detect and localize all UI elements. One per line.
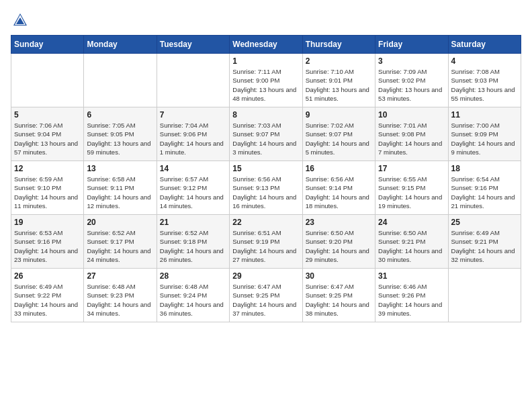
day-number: 20 xyxy=(87,218,153,227)
day-number: 15 xyxy=(232,164,299,173)
day-number: 31 xyxy=(378,271,445,281)
calendar-cell xyxy=(11,54,84,107)
calendar-cell: 20Sunrise: 6:52 AM Sunset: 9:17 PM Dayli… xyxy=(84,215,157,269)
cell-content: Sunrise: 6:51 AM Sunset: 9:19 PM Dayligh… xyxy=(232,228,299,264)
calendar-cell: 30Sunrise: 6:47 AM Sunset: 9:25 PM Dayli… xyxy=(302,269,375,322)
day-number: 13 xyxy=(87,164,153,173)
cell-content: Sunrise: 6:47 AM Sunset: 9:25 PM Dayligh… xyxy=(306,282,372,318)
day-number: 27 xyxy=(87,271,153,281)
cell-content: Sunrise: 6:56 AM Sunset: 9:13 PM Dayligh… xyxy=(232,175,299,210)
day-number: 30 xyxy=(306,271,372,281)
cell-content: Sunrise: 6:53 AM Sunset: 9:16 PM Dayligh… xyxy=(14,228,81,264)
calendar-cell: 1Sunrise: 7:11 AM Sunset: 9:00 PM Daylig… xyxy=(230,54,302,107)
day-number: 16 xyxy=(306,164,372,173)
calendar-week: 5Sunrise: 7:06 AM Sunset: 9:04 PM Daylig… xyxy=(11,107,521,161)
day-header: Tuesday xyxy=(157,36,229,54)
cell-content: Sunrise: 7:09 AM Sunset: 9:02 PM Dayligh… xyxy=(378,67,445,103)
day-number: 6 xyxy=(87,110,153,120)
cell-content: Sunrise: 6:56 AM Sunset: 9:14 PM Dayligh… xyxy=(306,175,372,210)
calendar-cell xyxy=(157,54,229,107)
day-number: 28 xyxy=(160,271,226,281)
calendar-cell: 14Sunrise: 6:57 AM Sunset: 9:12 PM Dayli… xyxy=(157,161,229,215)
cell-content: Sunrise: 7:06 AM Sunset: 9:04 PM Dayligh… xyxy=(14,121,81,156)
cell-content: Sunrise: 6:52 AM Sunset: 9:18 PM Dayligh… xyxy=(160,228,226,264)
calendar-cell: 16Sunrise: 6:56 AM Sunset: 9:14 PM Dayli… xyxy=(302,161,375,215)
day-header: Monday xyxy=(84,36,157,54)
day-number: 14 xyxy=(160,164,226,173)
cell-content: Sunrise: 7:08 AM Sunset: 9:03 PM Dayligh… xyxy=(451,67,518,103)
calendar-week: 26Sunrise: 6:49 AM Sunset: 9:22 PM Dayli… xyxy=(11,269,521,322)
calendar-cell: 13Sunrise: 6:58 AM Sunset: 9:11 PM Dayli… xyxy=(84,161,157,215)
calendar-header: SundayMondayTuesdayWednesdayThursdayFrid… xyxy=(11,36,521,54)
calendar-cell: 5Sunrise: 7:06 AM Sunset: 9:04 PM Daylig… xyxy=(11,107,84,161)
day-number: 8 xyxy=(232,110,299,120)
calendar-cell: 29Sunrise: 6:47 AM Sunset: 9:25 PM Dayli… xyxy=(230,269,302,322)
day-number: 22 xyxy=(232,218,299,227)
day-number: 24 xyxy=(378,218,445,227)
day-number: 7 xyxy=(160,110,226,120)
day-header: Sunday xyxy=(11,36,84,54)
cell-content: Sunrise: 6:57 AM Sunset: 9:12 PM Dayligh… xyxy=(160,175,226,210)
cell-content: Sunrise: 6:50 AM Sunset: 9:21 PM Dayligh… xyxy=(378,228,445,264)
calendar-cell: 7Sunrise: 7:04 AM Sunset: 9:06 PM Daylig… xyxy=(157,107,229,161)
day-number: 5 xyxy=(14,110,81,120)
calendar-cell: 11Sunrise: 7:00 AM Sunset: 9:09 PM Dayli… xyxy=(448,107,521,161)
cell-content: Sunrise: 6:58 AM Sunset: 9:11 PM Dayligh… xyxy=(87,175,153,210)
day-number: 3 xyxy=(378,56,445,66)
cell-content: Sunrise: 6:50 AM Sunset: 9:20 PM Dayligh… xyxy=(306,228,372,264)
day-number: 29 xyxy=(232,271,299,281)
calendar-cell: 9Sunrise: 7:02 AM Sunset: 9:07 PM Daylig… xyxy=(302,107,375,161)
cell-content: Sunrise: 7:02 AM Sunset: 9:07 PM Dayligh… xyxy=(306,121,372,156)
cell-content: Sunrise: 7:04 AM Sunset: 9:06 PM Dayligh… xyxy=(160,121,226,156)
cell-content: Sunrise: 6:55 AM Sunset: 9:15 PM Dayligh… xyxy=(378,175,445,210)
day-number: 1 xyxy=(232,56,299,66)
calendar-week: 19Sunrise: 6:53 AM Sunset: 9:16 PM Dayli… xyxy=(11,215,521,269)
day-header: Thursday xyxy=(302,36,375,54)
calendar-cell: 21Sunrise: 6:52 AM Sunset: 9:18 PM Dayli… xyxy=(157,215,229,269)
cell-content: Sunrise: 6:59 AM Sunset: 9:10 PM Dayligh… xyxy=(14,175,81,210)
calendar-cell: 31Sunrise: 6:46 AM Sunset: 9:26 PM Dayli… xyxy=(375,269,448,322)
calendar-cell: 4Sunrise: 7:08 AM Sunset: 9:03 PM Daylig… xyxy=(448,54,521,107)
cell-content: Sunrise: 6:54 AM Sunset: 9:16 PM Dayligh… xyxy=(451,175,518,210)
calendar-cell: 15Sunrise: 6:56 AM Sunset: 9:13 PM Dayli… xyxy=(230,161,302,215)
day-number: 25 xyxy=(451,218,518,227)
calendar-cell: 8Sunrise: 7:03 AM Sunset: 9:07 PM Daylig… xyxy=(230,107,302,161)
day-number: 12 xyxy=(14,164,81,173)
day-number: 23 xyxy=(306,218,372,227)
cell-content: Sunrise: 7:10 AM Sunset: 9:01 PM Dayligh… xyxy=(306,67,372,103)
cell-content: Sunrise: 6:49 AM Sunset: 9:21 PM Dayligh… xyxy=(451,228,518,264)
calendar-cell: 23Sunrise: 6:50 AM Sunset: 9:20 PM Dayli… xyxy=(302,215,375,269)
calendar-cell xyxy=(448,269,521,322)
calendar-cell: 27Sunrise: 6:48 AM Sunset: 9:23 PM Dayli… xyxy=(84,269,157,322)
calendar-cell: 3Sunrise: 7:09 AM Sunset: 9:02 PM Daylig… xyxy=(375,54,448,107)
day-number: 2 xyxy=(306,56,372,66)
calendar-week: 1Sunrise: 7:11 AM Sunset: 9:00 PM Daylig… xyxy=(11,54,521,107)
cell-content: Sunrise: 6:46 AM Sunset: 9:26 PM Dayligh… xyxy=(378,282,445,318)
cell-content: Sunrise: 7:00 AM Sunset: 9:09 PM Dayligh… xyxy=(451,121,518,156)
day-number: 4 xyxy=(451,56,518,66)
cell-content: Sunrise: 6:47 AM Sunset: 9:25 PM Dayligh… xyxy=(232,282,299,318)
calendar-cell: 19Sunrise: 6:53 AM Sunset: 9:16 PM Dayli… xyxy=(11,215,84,269)
cell-content: Sunrise: 7:03 AM Sunset: 9:07 PM Dayligh… xyxy=(232,121,299,156)
calendar-cell: 18Sunrise: 6:54 AM Sunset: 9:16 PM Dayli… xyxy=(448,161,521,215)
day-header: Saturday xyxy=(448,36,521,54)
calendar-cell: 22Sunrise: 6:51 AM Sunset: 9:19 PM Dayli… xyxy=(230,215,302,269)
day-header: Friday xyxy=(375,36,448,54)
calendar-cell: 6Sunrise: 7:05 AM Sunset: 9:05 PM Daylig… xyxy=(84,107,157,161)
logo-icon xyxy=(11,11,30,30)
day-number: 9 xyxy=(306,110,372,120)
calendar-week: 12Sunrise: 6:59 AM Sunset: 9:10 PM Dayli… xyxy=(11,161,521,215)
calendar-cell: 25Sunrise: 6:49 AM Sunset: 9:21 PM Dayli… xyxy=(448,215,521,269)
calendar-table: SundayMondayTuesdayWednesdayThursdayFrid… xyxy=(11,35,521,322)
calendar-cell: 26Sunrise: 6:49 AM Sunset: 9:22 PM Dayli… xyxy=(11,269,84,322)
day-number: 19 xyxy=(14,218,81,227)
calendar-cell: 2Sunrise: 7:10 AM Sunset: 9:01 PM Daylig… xyxy=(302,54,375,107)
day-number: 21 xyxy=(160,218,226,227)
cell-content: Sunrise: 6:48 AM Sunset: 9:23 PM Dayligh… xyxy=(87,282,153,318)
header xyxy=(11,11,521,30)
day-number: 11 xyxy=(451,110,518,120)
calendar-cell: 17Sunrise: 6:55 AM Sunset: 9:15 PM Dayli… xyxy=(375,161,448,215)
logo xyxy=(11,11,32,30)
calendar-cell: 10Sunrise: 7:01 AM Sunset: 9:08 PM Dayli… xyxy=(375,107,448,161)
cell-content: Sunrise: 7:05 AM Sunset: 9:05 PM Dayligh… xyxy=(87,121,153,156)
